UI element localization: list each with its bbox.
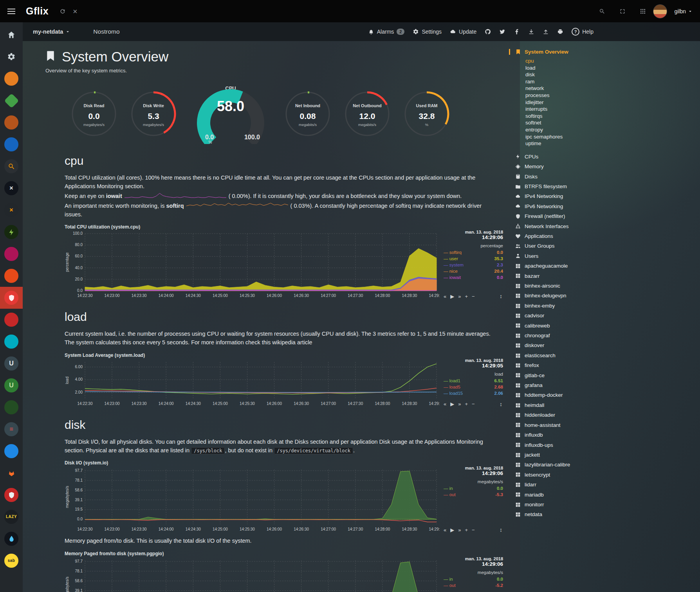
- sidebar-item-user-groups[interactable]: User Groups: [515, 241, 695, 251]
- chart-disk-backward-button[interactable]: «: [444, 527, 446, 533]
- chart-cpu-forward-button[interactable]: »: [458, 293, 461, 299]
- sidebar-app-bolt-green-app[interactable]: [0, 221, 23, 243]
- download-icon[interactable]: [528, 29, 534, 35]
- cpu-chart[interactable]: Total CPU utilization (system.cpu)100.08…: [65, 224, 510, 301]
- legend-entry-cpu-iowait[interactable]: — iowait0.0: [444, 274, 503, 281]
- gauge-net-outbound[interactable]: Net Outbound12.0megabits/s: [343, 89, 392, 139]
- gauge-used-ram[interactable]: Used RAM32.8%: [402, 89, 451, 139]
- sidebar-app-orange-dot-app[interactable]: [0, 265, 23, 287]
- chart-plot-disk[interactable]: 97.778.158.639.119.50.014:22:3014:23:001…: [65, 466, 440, 533]
- sidebar-item-elasticsearch[interactable]: elasticsearch: [515, 351, 695, 360]
- sidebar-app-gitlab-app[interactable]: [0, 462, 23, 484]
- sidebar-item-letsencrypt[interactable]: letsencrypt: [515, 470, 695, 480]
- gauge-net-inbound[interactable]: Net Inbound0.08megabits/s: [283, 89, 332, 139]
- sidebar-app-window-app[interactable]: [0, 440, 23, 462]
- gauge-disk-read[interactable]: Disk Read0.0megabytes/s: [69, 89, 119, 139]
- sidebar-item-firefox[interactable]: firefox: [515, 360, 695, 370]
- sidebar-app-drop-app[interactable]: [0, 528, 23, 550]
- chart-plot-load[interactable]: 6.004.002.0014:22:3014:23:0014:23:3014:2…: [65, 359, 440, 407]
- sidebar-link-uptime[interactable]: uptime: [525, 140, 695, 147]
- sidebar-item-btrfs-filesystem[interactable]: BTRFS filesystem: [515, 182, 695, 191]
- legend-entry-load-load5[interactable]: — load52.68: [444, 384, 503, 390]
- sidebar-link-cpu[interactable]: cpu: [525, 58, 695, 65]
- sidebar-app-stack-app[interactable]: [0, 112, 23, 133]
- sidebar-item-binhex-emby[interactable]: binhex-emby: [515, 301, 695, 311]
- my-netdata-dropdown[interactable]: my-netdata: [33, 29, 70, 35]
- fullscreen-icon[interactable]: [619, 8, 626, 14]
- sidebar-item-calibreweb[interactable]: calibreweb: [515, 321, 695, 331]
- sidebar-item-diskover[interactable]: diskover: [515, 340, 695, 350]
- settings-button[interactable]: Settings: [413, 29, 442, 35]
- apps-grid-icon[interactable]: [640, 8, 646, 14]
- sidebar-app-organizr[interactable]: [0, 68, 23, 90]
- chart-plot-cpu[interactable]: 100.080.060.040.020.00.014:22:3014:23:00…: [65, 230, 440, 299]
- sidebar-item-influxdb[interactable]: influxdb: [515, 430, 695, 440]
- sidebar-app-cross-orange-app[interactable]: ×: [0, 199, 23, 221]
- sidebar-app-lazylibrarian-app[interactable]: LAZY: [0, 506, 23, 528]
- legend-entry-load-load1[interactable]: — load16.51: [444, 378, 503, 384]
- legend-entry-pgpgio-in[interactable]: — in0.0: [444, 576, 503, 582]
- sidebar-item-network-interfaces[interactable]: Network Interfaces: [515, 221, 695, 231]
- chart-load-backward-button[interactable]: «: [444, 401, 446, 407]
- sidebar-item-ipv6-networking[interactable]: IPv6 Networking: [515, 202, 695, 211]
- chart-load-resize-handle[interactable]: ↕: [500, 401, 502, 407]
- sidebar-item-monitorr[interactable]: monitorr: [515, 500, 695, 509]
- chart-disk-zoom-out-button[interactable]: −: [472, 527, 475, 533]
- sidebar-item-influxdb-ups[interactable]: influxdb-ups: [515, 440, 695, 450]
- sidebar-item-chronograf[interactable]: chronograf: [515, 331, 695, 340]
- upload-icon[interactable]: [543, 29, 549, 35]
- refresh-tab-icon[interactable]: [60, 8, 66, 14]
- facebook-icon[interactable]: [514, 29, 520, 35]
- sidebar-item-lidarr[interactable]: lidarr: [515, 480, 695, 489]
- sidebar-item-netdata[interactable]: netdata: [515, 509, 695, 519]
- sidebar-app-green-u-app[interactable]: U: [0, 374, 23, 396]
- chart-cpu-resize-handle[interactable]: ↕: [500, 293, 502, 299]
- alarms-button[interactable]: Alarms 2: [368, 29, 405, 35]
- search-icon[interactable]: [599, 8, 605, 14]
- disk-io-chart[interactable]: Disk I/O (system.io)97.778.158.639.119.5…: [65, 460, 510, 534]
- sidebar-app-gem-app[interactable]: [0, 90, 23, 112]
- sidebar-link-network[interactable]: network: [525, 85, 695, 92]
- sidebar-item-heimdall[interactable]: heimdall: [515, 400, 695, 410]
- sidebar-item-apacheguacamole[interactable]: apacheguacamole: [515, 261, 695, 271]
- sidebar-item-binhex-airsonic[interactable]: binhex-airsonic: [515, 281, 695, 291]
- sidebar-link-entropy[interactable]: entropy: [525, 126, 695, 133]
- legend-entry-load-load15[interactable]: — load152.06: [444, 390, 503, 396]
- help-button[interactable]: ? Help: [572, 28, 594, 36]
- github-icon[interactable]: [485, 29, 491, 35]
- legend-entry-cpu-softirq[interactable]: — softirq0.0: [444, 249, 503, 256]
- sidebar-item-gitlab-ce[interactable]: gitlab-ce: [515, 371, 695, 380]
- chart-load-play-button[interactable]: ▶: [450, 401, 454, 407]
- chart-disk-resize-handle[interactable]: ↕: [500, 527, 502, 533]
- close-tab-icon[interactable]: ×: [73, 7, 78, 15]
- chart-plot-pgpgio[interactable]: 97.778.158.639.119.50.014:22:3014:23:001…: [65, 557, 440, 592]
- sidebar-item-cadvisor[interactable]: cadvisor: [515, 311, 695, 320]
- user-menu[interactable]: gilbn: [674, 8, 693, 14]
- sidebar-item-jackett[interactable]: jackett: [515, 450, 695, 460]
- sidebar-item-hddtemp-docker[interactable]: hddtemp-docker: [515, 390, 695, 400]
- load-chart[interactable]: System Load Average (system.load)6.004.0…: [65, 353, 510, 409]
- sidebar-app-stats-app[interactable]: ≡: [0, 418, 23, 440]
- sidebar-link-interrupts[interactable]: interrupts: [525, 106, 695, 113]
- chart-disk-forward-button[interactable]: »: [458, 527, 461, 533]
- chart-cpu-play-button[interactable]: ▶: [450, 293, 454, 299]
- sidebar-link-load[interactable]: load: [525, 65, 695, 72]
- chart-load-forward-button[interactable]: »: [458, 401, 461, 407]
- menu-icon[interactable]: [0, 0, 23, 22]
- sidebar-app-shield2-app[interactable]: [0, 484, 23, 506]
- sidebar-item-binhex-delugevpn[interactable]: binhex-delugevpn: [515, 291, 695, 300]
- legend-entry-disk-in[interactable]: — in0.0: [444, 485, 503, 491]
- sidebar-link-softnet[interactable]: softnet: [525, 119, 695, 126]
- sidebar-item-users[interactable]: Users: [515, 251, 695, 261]
- sidebar-item-lazylibrarian-calibre[interactable]: lazylibrarian-calibre: [515, 460, 695, 470]
- sidebar-item-ipv4-networking[interactable]: IPv4 Networking: [515, 191, 695, 201]
- sidebar-item-home-assistant[interactable]: home-assistant: [515, 420, 695, 430]
- sidebar-item-applications[interactable]: Applications: [515, 231, 695, 241]
- sidebar-app-teal-dot-app[interactable]: [0, 331, 23, 353]
- sidebar-app-shield-red-app[interactable]: [0, 287, 23, 309]
- sidebar-item-bazarr[interactable]: bazarr: [515, 271, 695, 281]
- avatar[interactable]: [653, 4, 667, 18]
- chart-load-zoom-in-button[interactable]: +: [465, 401, 468, 407]
- chart-disk-zoom-in-button[interactable]: +: [465, 527, 468, 533]
- sidebar-link-softirqs[interactable]: softirqs: [525, 113, 695, 120]
